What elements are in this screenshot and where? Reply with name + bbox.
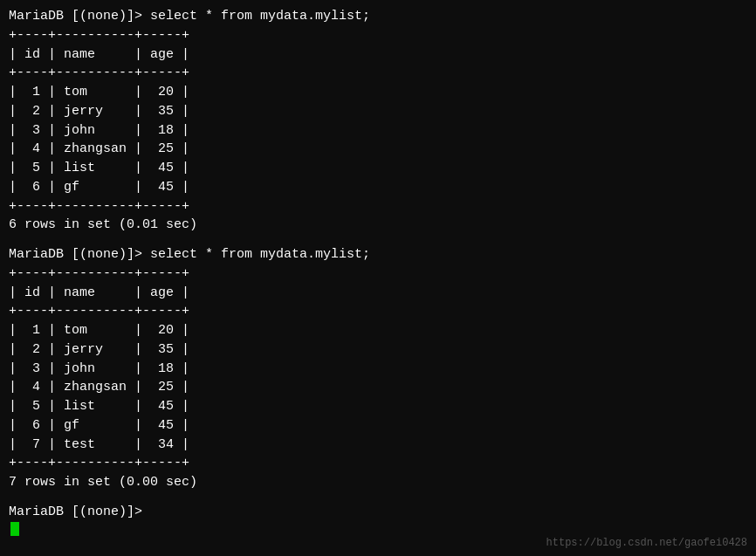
table-row-2-3: | 3 | john | 18 | bbox=[9, 360, 747, 379]
final-prompt-text: MariaDB [(none)]> bbox=[9, 503, 747, 522]
result-line-1: 6 rows in set (0.01 sec) bbox=[9, 216, 747, 235]
table-row-1-2: | 2 | jerry | 35 | bbox=[9, 102, 747, 121]
table-row-1-6: | 6 | gf | 45 | bbox=[9, 178, 747, 197]
table-header-sep-2: +----+----------+-----+ bbox=[9, 302, 747, 321]
query-block-1: MariaDB [(none)]> select * from mydata.m… bbox=[9, 7, 747, 235]
result-line-2: 7 rows in set (0.00 sec) bbox=[9, 473, 747, 492]
table-row-2-4: | 4 | zhangsan | 25 | bbox=[9, 378, 747, 397]
table-header-2: | id | name | age | bbox=[9, 284, 747, 303]
table-header-1: | id | name | age | bbox=[9, 45, 747, 65]
table-row-2-7: | 7 | test | 34 | bbox=[9, 436, 747, 455]
query-block-2: MariaDB [(none)]> select * from mydata.m… bbox=[9, 245, 747, 492]
table-row-1-5: | 5 | list | 45 | bbox=[9, 159, 747, 178]
prompt-line-2: MariaDB [(none)]> select * from mydata.m… bbox=[9, 245, 747, 264]
table-row-2-5: | 5 | list | 45 | bbox=[9, 397, 747, 416]
watermark: https://blog.csdn.net/gaofei0428 bbox=[546, 537, 747, 549]
table-border-bottom-1: +----+----------+-----+ bbox=[9, 197, 747, 216]
table-border-top-1: +----+----------+-----+ bbox=[9, 26, 747, 45]
table-row-1-3: | 3 | john | 18 | bbox=[9, 121, 747, 141]
table-row-1-1: | 1 | tom | 20 | bbox=[9, 83, 747, 102]
table-row-2-2: | 2 | jerry | 35 | bbox=[9, 340, 747, 360]
table-border-bottom-2: +----+----------+-----+ bbox=[9, 454, 747, 473]
cursor-block bbox=[10, 522, 19, 536]
table-border-top-2: +----+----------+-----+ bbox=[9, 264, 747, 284]
prompt-line-1: MariaDB [(none)]> select * from mydata.m… bbox=[9, 7, 747, 26]
table-row-2-1: | 1 | tom | 20 | bbox=[9, 321, 747, 340]
final-prompt-line[interactable]: MariaDB [(none)]> bbox=[9, 503, 747, 537]
table-header-sep-1: +----+----------+-----+ bbox=[9, 64, 747, 83]
table-row-2-6: | 6 | gf | 45 | bbox=[9, 416, 747, 436]
terminal-window: MariaDB [(none)]> select * from mydata.m… bbox=[0, 0, 756, 556]
table-row-1-4: | 4 | zhangsan | 25 | bbox=[9, 140, 747, 159]
